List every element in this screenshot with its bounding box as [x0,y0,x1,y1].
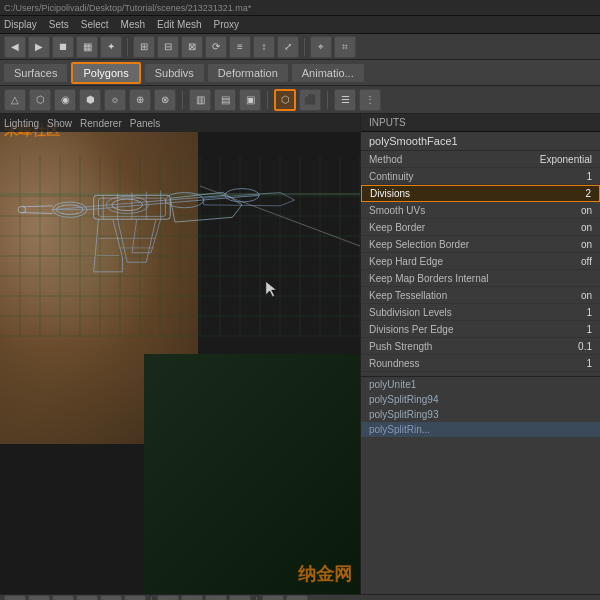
poly-tool-4[interactable]: ⬢ [79,89,101,111]
prop-keep-border[interactable]: Keep Border on [361,219,600,236]
svg-line-48 [22,206,53,207]
menu-item-display[interactable]: Display [4,19,37,30]
viewport[interactable]: Lighting Show Renderer Panels 朱峰社区 [0,114,360,594]
bottom-btn-2[interactable]: ≡ [28,595,50,601]
prop-label-keep-selection-border: Keep Selection Border [369,239,532,250]
prop-divisions-per-edge[interactable]: Divisions Per Edge 1 [361,321,600,338]
bottom-btn-5[interactable]: ⊠ [100,595,122,601]
bottom-btn-3[interactable]: ▣ [52,595,74,601]
menu-item-select[interactable]: Select [81,19,109,30]
bottom-sep-2 [256,597,257,601]
prop-keep-tess[interactable]: Keep Tessellation on [361,287,600,304]
tab-animation[interactable]: Animatio... [292,64,364,82]
prop-value-method: Exponential [532,154,592,165]
bottom-btn-4[interactable]: ⊟ [76,595,98,601]
prop-smooth-uvs[interactable]: Smooth UVs on [361,202,600,219]
prop-label-keep-map-borders: Keep Map Borders Internal [369,273,532,284]
node-item-3[interactable]: polySplitRing93 [361,407,600,422]
prop-label-smooth-uvs: Smooth UVs [369,205,532,216]
prop-value-keep-tess: on [532,290,592,301]
poly-tool-8[interactable]: ▥ [189,89,211,111]
prop-label-keep-tess: Keep Tessellation [369,290,532,301]
filepath-text: C:/Users/Picipolivadi/Desktop/Tutorial/s… [4,3,251,13]
menu-item-proxy[interactable]: Proxy [214,19,240,30]
node-item-2[interactable]: polySplitRing94 [361,392,600,407]
node-item-1[interactable]: polyUnite1 [361,377,600,392]
prop-keep-selection-border[interactable]: Keep Selection Border on [361,236,600,253]
toolbar-btn-4[interactable]: ▦ [76,36,98,58]
toolbar-row1: ◀ ▶ ⏹ ▦ ✦ ⊞ ⊟ ⊠ ⟳ ≡ ↕ ⤢ ⌖ ⌗ [0,34,600,60]
menu-item-editmesh[interactable]: Edit Mesh [157,19,201,30]
prop-keep-map-borders[interactable]: Keep Map Borders Internal [361,270,600,287]
vp-label-lighting[interactable]: Lighting [4,118,39,129]
poly-tool-9[interactable]: ▤ [214,89,236,111]
bottom-btn-10[interactable]: ☰ [229,595,251,601]
poly-tool-11[interactable]: ☰ [334,89,356,111]
toolbar-btn-9[interactable]: ⟳ [205,36,227,58]
menu-item-mesh[interactable]: Mesh [121,19,145,30]
vp-label-show[interactable]: Show [47,118,72,129]
prop-value-push-strength: 0.1 [532,341,592,352]
separator-5 [327,91,328,109]
svg-marker-51 [266,281,277,296]
poly-tool-6[interactable]: ⊕ [129,89,151,111]
prop-value-smooth-uvs: on [532,205,592,216]
prop-push-strength[interactable]: Push Strength 0.1 [361,338,600,355]
poly-tool-1[interactable]: △ [4,89,26,111]
prop-value-subdivision-levels: 1 [532,307,592,318]
prop-label-subdivision-levels: Subdivision Levels [369,307,532,318]
poly-tool-cube[interactable]: ⬛ [299,89,321,111]
poly-tool-3[interactable]: ◉ [54,89,76,111]
bottom-btn-1[interactable]: ⊞ [4,595,26,601]
poly-tool-5[interactable]: ⌾ [104,89,126,111]
toolbar-btn-11[interactable]: ↕ [253,36,275,58]
separator-3 [182,91,183,109]
prop-label-roundness: Roundness [369,358,532,369]
tab-surfaces[interactable]: Surfaces [4,64,67,82]
node-item-4[interactable]: polySplitRin... [361,422,600,437]
prop-value-keep-border: on [532,222,592,233]
bottom-btn-11[interactable]: ⊕ [262,595,284,601]
toolbar-btn-1[interactable]: ◀ [4,36,26,58]
bottom-btn-7[interactable]: ▥ [157,595,179,601]
node-name[interactable]: polySmoothFace1 [361,132,600,151]
filepath-bar: C:/Users/Picipolivadi/Desktop/Tutorial/s… [0,0,600,16]
prop-divisions[interactable]: Divisions 2 [361,185,600,202]
menu-item-sets[interactable]: Sets [49,19,69,30]
bottom-btn-6[interactable]: ⌖ [124,595,146,601]
poly-tool-2[interactable]: ⬡ [29,89,51,111]
toolbar-btn-10[interactable]: ≡ [229,36,251,58]
poly-tool-10[interactable]: ▣ [239,89,261,111]
prop-roundness[interactable]: Roundness 1 [361,355,600,372]
bottom-btn-8[interactable]: ◎ [181,595,203,601]
bottom-btn-12[interactable]: ⊗ [286,595,308,601]
tab-polygons[interactable]: Polygons [71,62,140,84]
bottom-btn-9[interactable]: ⬡ [205,595,227,601]
tab-subdivs[interactable]: Subdivs [145,64,204,82]
toolbar-btn-snap[interactable]: ⌗ [334,36,356,58]
vp-label-renderer[interactable]: Renderer [80,118,122,129]
prop-method[interactable]: Method Exponential [361,151,600,168]
toolbar-btn-5[interactable]: ✦ [100,36,122,58]
toolbar-btn-2[interactable]: ▶ [28,36,50,58]
toolbar-btn-7[interactable]: ⊟ [157,36,179,58]
poly-tool-12[interactable]: ⋮ [359,89,381,111]
properties-list: Method Exponential Continuity 1 Division… [361,151,600,372]
prop-continuity[interactable]: Continuity 1 [361,168,600,185]
prop-keep-hard-edge[interactable]: Keep Hard Edge off [361,253,600,270]
toolbar-btn-magnet[interactable]: ⌖ [310,36,332,58]
inputs-header: INPUTS [361,114,600,132]
poly-tool-smooth[interactable]: ⬡ [274,89,296,111]
vp-label-panels[interactable]: Panels [130,118,161,129]
prop-label-divisions-per-edge: Divisions Per Edge [369,324,532,335]
toolbar-btn-8[interactable]: ⊠ [181,36,203,58]
prop-subdivision-levels[interactable]: Subdivision Levels 1 [361,304,600,321]
prop-label-continuity: Continuity [369,171,532,182]
poly-tool-7[interactable]: ⊗ [154,89,176,111]
toolbar-btn-3[interactable]: ⏹ [52,36,74,58]
prop-value-divisions-per-edge: 1 [532,324,592,335]
toolbar-btn-6[interactable]: ⊞ [133,36,155,58]
dark-bg [144,354,360,594]
toolbar-btn-12[interactable]: ⤢ [277,36,299,58]
tab-deformation[interactable]: Deformation [208,64,288,82]
